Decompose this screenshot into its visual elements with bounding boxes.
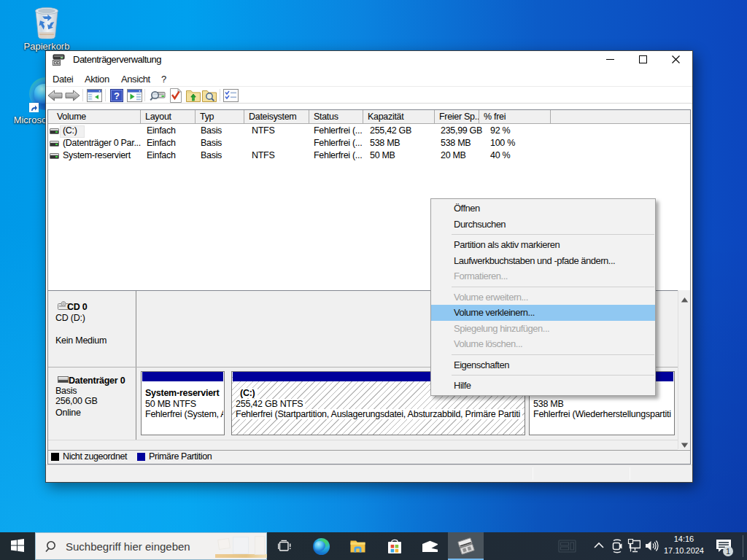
- svg-text:?: ?: [114, 90, 120, 101]
